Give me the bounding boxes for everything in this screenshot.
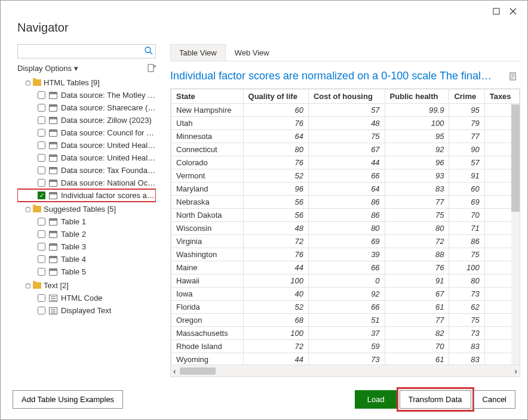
view-tab[interactable]: Table View bbox=[170, 44, 226, 61]
tree-item[interactable]: Table 4 bbox=[17, 253, 156, 265]
table-cell: 91 bbox=[449, 169, 484, 183]
search-icon[interactable] bbox=[144, 46, 154, 55]
tree-item-checkbox[interactable] bbox=[38, 307, 45, 314]
tree-item-checkbox[interactable] bbox=[38, 154, 45, 162]
tree-item-checkbox[interactable] bbox=[38, 166, 45, 174]
folder-icon bbox=[33, 282, 41, 289]
horizontal-scroll-thumb[interactable] bbox=[180, 368, 216, 375]
data-table: StateQuality of lifeCost of housingPubli… bbox=[171, 89, 520, 365]
svg-rect-0 bbox=[493, 8, 499, 14]
horizontal-scrollbar[interactable]: ‹ › bbox=[171, 365, 520, 376]
table-cell: Florida bbox=[171, 301, 244, 314]
tree-item[interactable]: Table 3 bbox=[17, 240, 156, 253]
table-row[interactable]: Washington76398875 bbox=[171, 248, 520, 261]
table-row[interactable]: Hawaii10009180 bbox=[171, 274, 520, 288]
window-close-button[interactable] bbox=[505, 5, 521, 18]
tree-item-checkbox[interactable] bbox=[38, 218, 45, 226]
refresh-icon[interactable] bbox=[146, 63, 156, 73]
table-cell: Massachusetts bbox=[171, 327, 244, 340]
table-cell: 75 bbox=[385, 209, 449, 222]
tree-item-checkbox[interactable] bbox=[38, 255, 45, 263]
vertical-scroll-thumb[interactable] bbox=[511, 104, 520, 212]
tree-group-header[interactable]: ▢HTML Tables [9] bbox=[17, 76, 156, 89]
table-row[interactable]: Wisconsin48808071 bbox=[171, 222, 520, 235]
tree-item[interactable]: Data source: Council for C… bbox=[17, 126, 156, 139]
data-table-container: StateQuality of lifeCost of housingPubli… bbox=[170, 88, 520, 377]
tree-item-label: Data source: United Healt… bbox=[61, 141, 156, 150]
table-row[interactable]: Colorado76449657 bbox=[171, 156, 520, 169]
table-row[interactable]: Vermont52669391 bbox=[171, 169, 520, 183]
table-cell: 48 bbox=[308, 117, 385, 130]
tree-item[interactable]: Data source: Sharecare (20… bbox=[17, 101, 156, 114]
load-button[interactable]: Load bbox=[355, 390, 397, 409]
tree-item[interactable]: Table 2 bbox=[17, 228, 156, 240]
add-table-using-examples-button[interactable]: Add Table Using Examples bbox=[13, 390, 123, 409]
tree-item-checkbox[interactable] bbox=[38, 91, 45, 99]
table-row[interactable]: Wyoming44736183 bbox=[171, 353, 520, 365]
tree-item-checkbox[interactable] bbox=[38, 104, 45, 112]
tree-group-header[interactable]: ▢Suggested Tables [5] bbox=[17, 203, 156, 215]
tree-item-checkbox[interactable] bbox=[38, 179, 45, 187]
tree-item-checkbox[interactable] bbox=[38, 230, 45, 238]
tree-item-checkbox[interactable] bbox=[38, 268, 45, 276]
tree-item-checkbox[interactable] bbox=[38, 129, 45, 137]
horizontal-scroll-track[interactable] bbox=[180, 368, 511, 375]
tree-item-checkbox[interactable] bbox=[38, 116, 45, 124]
table-cell: 56 bbox=[243, 209, 308, 222]
checkbox-checked-icon[interactable]: ✓ bbox=[38, 192, 45, 199]
column-header[interactable]: Public health bbox=[385, 89, 449, 104]
display-options-dropdown[interactable]: Display Options ▾ bbox=[17, 64, 78, 73]
column-header[interactable]: Cost of housing bbox=[308, 89, 385, 104]
table-row[interactable]: Maryland96648360 bbox=[171, 183, 520, 196]
table-row[interactable]: Iowa40926773 bbox=[171, 288, 520, 301]
table-row[interactable]: Connecticut80679290 bbox=[171, 143, 520, 156]
tree-item[interactable]: Data source: The Motley F… bbox=[17, 89, 156, 101]
window-maximize-button[interactable] bbox=[488, 5, 505, 18]
table-row[interactable]: Rhode Island72597083 bbox=[171, 340, 520, 353]
column-header[interactable]: Taxes bbox=[484, 89, 519, 104]
preview-panel: Table ViewWeb View Individual factor sco… bbox=[170, 44, 520, 377]
tree-item[interactable]: Data source: United Healt… bbox=[17, 139, 156, 152]
tree-item[interactable]: Data source: Zillow (2023) bbox=[17, 114, 156, 126]
tree-item-checkbox[interactable] bbox=[38, 243, 45, 251]
table-scroll[interactable]: StateQuality of lifeCost of housingPubli… bbox=[171, 89, 520, 365]
tree-item[interactable]: Table 1 bbox=[17, 215, 156, 228]
table-row[interactable]: Florida52666162 bbox=[171, 301, 520, 314]
tree-item[interactable]: Data source: Tax Foundati… bbox=[17, 164, 156, 177]
view-tab[interactable]: Web View bbox=[226, 44, 278, 61]
tree-item-checkbox[interactable] bbox=[38, 141, 45, 149]
table-row[interactable]: New Hampshire605799.995 bbox=[171, 104, 520, 117]
table-row[interactable]: North Dakota56867570 bbox=[171, 209, 520, 222]
table-row[interactable]: Oregon68517775 bbox=[171, 314, 520, 327]
column-header[interactable]: Crime bbox=[449, 89, 484, 104]
tree-item[interactable]: Data source: United Healt… bbox=[17, 152, 156, 164]
table-row[interactable]: Utah764810079 bbox=[171, 117, 520, 130]
table-row[interactable]: Minnesota64759577 bbox=[171, 130, 520, 143]
transform-data-button[interactable]: Transform Data bbox=[400, 390, 471, 409]
table-cell: 51 bbox=[308, 314, 385, 327]
scroll-left-icon[interactable]: ‹ bbox=[173, 366, 176, 376]
vertical-scrollbar[interactable] bbox=[511, 104, 520, 365]
copy-icon[interactable] bbox=[508, 72, 518, 81]
tree-item[interactable]: Displayed Text bbox=[17, 304, 156, 317]
tree-item[interactable]: Table 5 bbox=[17, 265, 156, 278]
table-row[interactable]: Massachusetts100378273 bbox=[171, 327, 520, 340]
cancel-button[interactable]: Cancel bbox=[474, 390, 515, 409]
tree-group-header[interactable]: ▢Text [2] bbox=[17, 279, 156, 292]
scroll-right-icon[interactable]: › bbox=[514, 366, 517, 376]
column-header[interactable]: State bbox=[171, 89, 244, 104]
table-cell: 64 bbox=[243, 130, 308, 143]
tree-item[interactable]: ✓Individual factor scores ar… bbox=[17, 189, 156, 202]
text-icon bbox=[49, 307, 57, 314]
table-cell: 76 bbox=[243, 117, 308, 130]
tree-item-checkbox[interactable] bbox=[38, 294, 45, 302]
column-header[interactable]: Quality of life bbox=[243, 89, 308, 104]
table-cell: 67 bbox=[385, 288, 449, 301]
tree-item[interactable]: Data source: National Oce… bbox=[17, 177, 156, 189]
table-row[interactable]: Nebraska56867769 bbox=[171, 196, 520, 209]
tree-item[interactable]: HTML Code bbox=[17, 292, 156, 304]
tree-group-label: Text [2] bbox=[44, 281, 69, 290]
table-row[interactable]: Maine446676100 bbox=[171, 261, 520, 274]
table-row[interactable]: Virginia72697286 bbox=[171, 235, 520, 248]
search-input[interactable] bbox=[17, 44, 156, 58]
